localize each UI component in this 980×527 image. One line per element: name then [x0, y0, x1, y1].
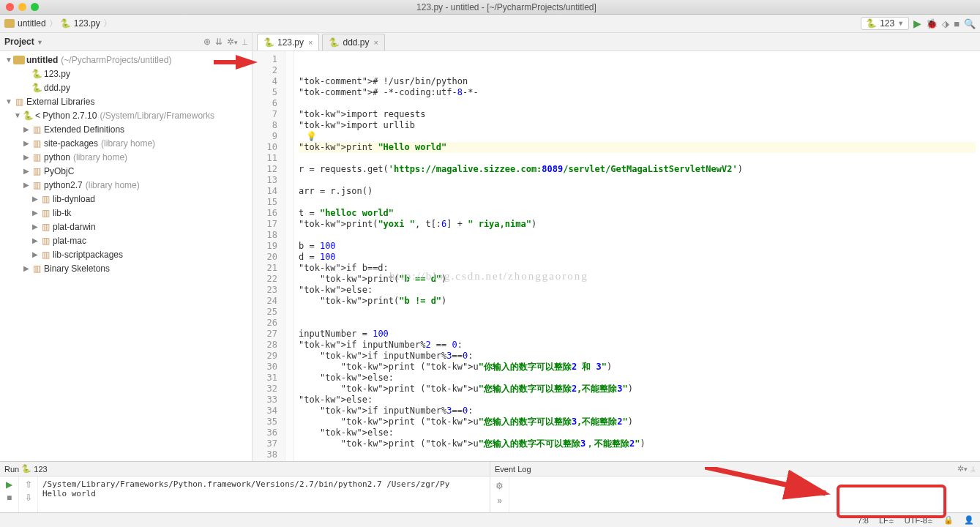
editor-tabs: 🐍 123.py × 🐍 ddd.py ×: [253, 33, 980, 51]
gear-icon[interactable]: ✲▾: [957, 464, 968, 474]
folder-icon: ▥: [40, 250, 51, 260]
line-separator[interactable]: LF≑: [879, 516, 894, 525]
project-panel-header: Project ▼ ⊕ ⇊ ✲▾ ⟂: [0, 33, 252, 51]
maximize-window-icon[interactable]: [31, 3, 39, 11]
window-controls[interactable]: [6, 3, 39, 11]
editor-tab-label: ddd.py: [343, 37, 369, 48]
hide-icon[interactable]: ⟂: [970, 464, 976, 474]
folder-icon: ▥: [31, 264, 42, 274]
gear-icon[interactable]: ✲▾: [227, 37, 238, 47]
chevron-down-icon: ▼: [897, 20, 904, 27]
editor-tab[interactable]: 🐍 ddd.py ×: [322, 34, 384, 51]
tree-file[interactable]: 🐍123.py: [0, 67, 252, 81]
hide-icon[interactable]: ⟂: [242, 37, 247, 47]
tree-folder[interactable]: ▶▥Binary Skeletons: [0, 261, 252, 275]
close-window-icon[interactable]: [6, 3, 14, 11]
event-log-content[interactable]: [509, 476, 980, 512]
tree-external-libs[interactable]: ▼▥External Libraries: [0, 94, 252, 108]
run-config-label: 123: [880, 18, 894, 29]
python-file-icon: 🐍: [31, 69, 42, 79]
folder-icon: ▥: [40, 194, 51, 204]
console-line: /System/Library/Frameworks/Python.framew…: [42, 479, 485, 489]
search-everywhere-button[interactable]: 🔍: [964, 18, 976, 29]
rerun-button[interactable]: ▶: [6, 479, 12, 490]
tree-folder[interactable]: ▶▥python2.7(library home): [0, 178, 252, 192]
run-with-coverage-button[interactable]: ⬗: [942, 18, 949, 29]
status-bar: 7:8 LF≑ UTF-8≑ 🔒 👤: [0, 512, 980, 527]
console-output[interactable]: /System/Library/Frameworks/Python.framew…: [38, 476, 490, 512]
editor-tab-active[interactable]: 🐍 123.py ×: [257, 34, 319, 51]
file-encoding[interactable]: UTF-8≑: [905, 516, 933, 525]
python-file-icon: 🐍: [329, 37, 340, 48]
tree-folder[interactable]: ▶▥plat-darwin: [0, 220, 252, 233]
chevron-right-icon: 〉: [103, 18, 112, 30]
tree-folder[interactable]: ▶▥lib-dynload: [0, 192, 252, 206]
navigation-bar: untitled 〉 🐍 123.py 〉 🐍 123 ▼ ▶ 🐞 ⬗ ■ 🔍: [0, 15, 980, 33]
editor-tab-label: 123.py: [277, 37, 304, 48]
lock-icon[interactable]: 🔒: [943, 515, 954, 525]
event-log-header[interactable]: Event Log ✲▾ ⟂: [490, 462, 980, 476]
run-panel-header[interactable]: Run 🐍 123: [0, 462, 490, 476]
close-tab-icon[interactable]: ×: [308, 38, 313, 47]
minimize-window-icon[interactable]: [18, 3, 26, 11]
breadcrumb-file[interactable]: 123.py: [74, 18, 100, 29]
tree-folder[interactable]: ▶▥lib-scriptpackages: [0, 247, 252, 261]
python-file-icon: 🐍: [31, 83, 42, 93]
tree-folder[interactable]: ▶▥PyObjC: [0, 164, 252, 178]
tree-folder[interactable]: ▶▥python(library home): [0, 150, 252, 164]
folder-icon: ▥: [31, 166, 42, 176]
window-titlebar: 123.py - untitled - [~/PycharmProjects/u…: [0, 0, 980, 15]
folder-icon: ▥: [40, 208, 51, 218]
run-button[interactable]: ▶: [913, 18, 921, 29]
project-tree[interactable]: ▼untitled(~/PycharmProjects/untitled) 🐍1…: [0, 51, 252, 461]
tree-python-interpreter[interactable]: ▼🐍< Python 2.7.10(/System/Library/Framew…: [0, 108, 252, 122]
bottom-tool-windows: Run 🐍 123 ▶ ■ ⇧ ⇩ /System/Library/Framew…: [0, 461, 980, 512]
close-tab-icon[interactable]: ×: [374, 38, 378, 47]
code-editor[interactable]: 1245678910111213141516171819202122232425…: [253, 51, 980, 461]
main-area: Project ▼ ⊕ ⇊ ✲▾ ⟂ ▼untitled(~/PycharmPr…: [0, 33, 980, 461]
tree-file[interactable]: 🐍ddd.py: [0, 81, 252, 94]
expand-icon[interactable]: »: [497, 496, 502, 506]
project-view-selector[interactable]: Project ▼: [4, 37, 43, 47]
run-tool-window: Run 🐍 123 ▶ ■ ⇧ ⇩ /System/Library/Framew…: [0, 462, 490, 512]
libraries-icon: ▥: [13, 97, 25, 107]
folder-icon: ▥: [31, 138, 42, 149]
tree-folder[interactable]: ▶▥site-packages(library home): [0, 136, 252, 150]
python-icon: 🐍: [22, 111, 34, 121]
event-log-tool-window: Event Log ✲▾ ⟂ ⚙ »: [490, 462, 980, 512]
event-log-toolbar: ⚙ »: [490, 476, 509, 512]
scroll-from-source-icon[interactable]: ⊕: [203, 37, 211, 47]
annotation-arrow: [236, 55, 258, 70]
folder-icon: ▥: [40, 236, 51, 246]
run-panel-config: 123: [34, 465, 47, 474]
stop-button[interactable]: ■: [954, 18, 960, 29]
breadcrumb[interactable]: untitled 〉 🐍 123.py 〉: [4, 18, 112, 30]
folder-icon: ▥: [31, 152, 42, 162]
debug-button[interactable]: 🐞: [926, 18, 938, 29]
gutter-margin: [285, 51, 294, 461]
folder-icon: ▥: [31, 180, 42, 190]
tree-folder[interactable]: ▶▥Extended Definitions: [0, 122, 252, 136]
project-tool-window: Project ▼ ⊕ ⇊ ✲▾ ⟂ ▼untitled(~/PycharmPr…: [0, 33, 253, 461]
run-panel-toolbar: ▶ ■: [0, 476, 19, 512]
up-button[interactable]: ⇧: [25, 479, 32, 490]
folder-icon: [13, 56, 25, 64]
down-button[interactable]: ⇩: [25, 493, 32, 503]
event-log-title: Event Log: [495, 465, 531, 474]
run-panel-toolbar2: ⇧ ⇩: [19, 476, 38, 512]
tree-folder[interactable]: ▶▥lib-tk: [0, 206, 252, 220]
folder-icon: [4, 19, 15, 28]
run-panel-title: Run: [4, 465, 19, 474]
folder-icon: ▥: [40, 222, 51, 232]
run-configuration-selector[interactable]: 🐍 123 ▼: [861, 17, 909, 30]
stop-button[interactable]: ■: [7, 493, 12, 503]
code-content[interactable]: "tok-comment"># !/usr/bin/python"tok-com…: [294, 51, 980, 461]
collapse-all-icon[interactable]: ⇊: [215, 37, 222, 47]
cursor-position[interactable]: 7:8: [858, 516, 869, 525]
filter-icon[interactable]: ⚙: [495, 481, 504, 491]
tree-folder[interactable]: ▶▥plat-mac: [0, 233, 252, 247]
toolbar-right: 🐍 123 ▼ ▶ 🐞 ⬗ ■ 🔍: [861, 17, 976, 30]
breadcrumb-folder[interactable]: untitled: [18, 18, 46, 29]
console-line: Hello world: [42, 489, 485, 498]
hector-icon[interactable]: 👤: [964, 515, 974, 525]
